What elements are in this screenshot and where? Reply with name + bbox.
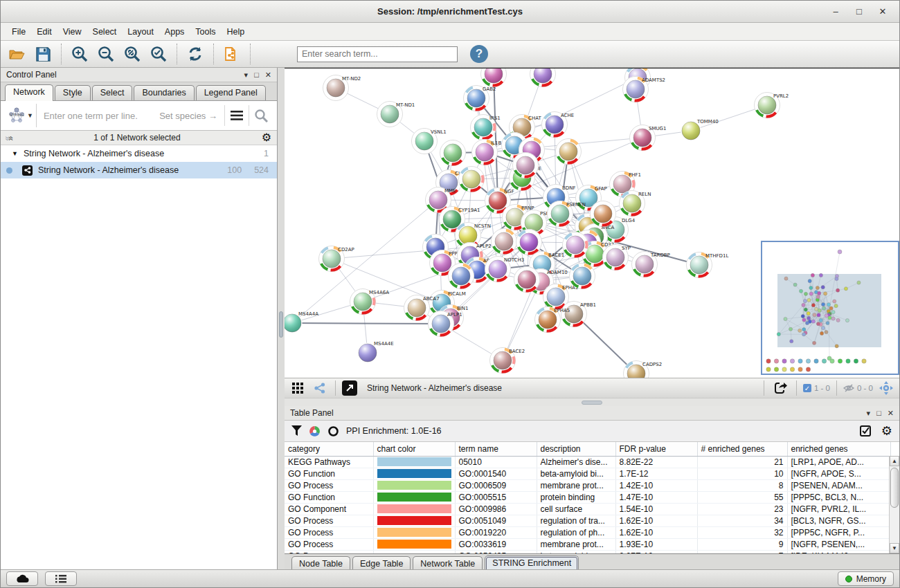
minimize-button[interactable]: – [826, 4, 845, 19]
close-button[interactable]: ✕ [873, 4, 892, 19]
gear-icon[interactable]: ⚙ [262, 132, 271, 143]
network-node-apbb1[interactable]: APBB1 [561, 301, 596, 327]
column-header-term-name[interactable]: term name [455, 442, 537, 456]
ring-chart-icon[interactable] [327, 425, 339, 437]
network-node-cadps2[interactable]: CADPS2 [623, 360, 662, 378]
network-node[interactable] [516, 229, 542, 255]
network-node[interactable] [590, 201, 616, 227]
menu-item-layout[interactable]: Layout [122, 25, 159, 39]
network-node-pvrl2[interactable]: PVRL2 [754, 92, 789, 118]
column-header-enriched-genes[interactable]: enriched genes [787, 442, 890, 456]
settings-gear-icon[interactable]: ⚙ [881, 425, 892, 437]
network-node-mt-nd1[interactable]: MT-ND1 [377, 101, 415, 127]
collection-row[interactable]: ▼ String Network - Alzheimer's disease 1 [1, 145, 277, 162]
table-row[interactable]: GO ComponentGO:0009986cell surface1.54E-… [285, 503, 890, 515]
network-node-adamts2[interactable]: ADAMTS2 [622, 76, 665, 102]
scroll-down-arrow[interactable]: ▼ [890, 543, 899, 553]
panel-close-icon[interactable]: ✕ [888, 409, 894, 418]
grid-view-button[interactable] [289, 380, 307, 396]
network-node-tardbp[interactable]: TARDBP [631, 251, 670, 277]
network-row[interactable]: String Network - Alzheimer's disease 100… [1, 162, 277, 178]
table-splitter[interactable] [285, 398, 899, 406]
table-row[interactable]: GO ProcessGO:0019220regulation of ph...1… [285, 526, 890, 538]
maximize-button[interactable]: □ [849, 4, 869, 19]
set-species-hint[interactable]: Set species → [159, 111, 224, 121]
column-header-fdr-p-value[interactable]: FDR p-value [615, 442, 697, 456]
table-row[interactable]: KEGG Pathways05010Alzheimer's dise...8.8… [285, 456, 890, 468]
network-node-reln[interactable]: RELN [619, 190, 651, 217]
network-node[interactable] [555, 138, 582, 165]
network-node-mthfd1l[interactable]: MTHFD1L [686, 252, 728, 278]
menu-item-tools[interactable]: Tools [190, 25, 221, 39]
network-node[interactable] [512, 152, 539, 178]
column-header--enriched-genes[interactable]: # enriched genes [697, 442, 787, 456]
column-header-chart-color[interactable]: chart color [373, 442, 455, 456]
tab-legend-panel[interactable]: Legend Panel [196, 85, 266, 100]
share-view-button[interactable] [311, 380, 329, 396]
collapse-triangle-icon[interactable]: ▼ [12, 150, 18, 157]
zoom-selected-button[interactable] [147, 43, 170, 65]
memory-button[interactable]: Memory [838, 571, 894, 586]
zoom-in-button[interactable] [68, 43, 91, 65]
menu-item-select[interactable]: Select [87, 25, 123, 39]
network-node[interactable] [491, 228, 517, 255]
menu-item-apps[interactable]: Apps [159, 25, 190, 39]
birds-eye-navigator[interactable] [761, 241, 899, 375]
apply-layout-button[interactable] [183, 43, 207, 65]
save-session-button[interactable] [31, 43, 55, 65]
panel-float-icon[interactable]: ▾ [867, 409, 871, 418]
zoom-out-button[interactable] [94, 43, 118, 65]
pie-chart-icon[interactable] [309, 425, 321, 437]
menu-item-help[interactable]: Help [222, 25, 251, 39]
export-network-button[interactable] [771, 380, 790, 396]
detach-view-button[interactable] [342, 380, 357, 396]
tab-network[interactable]: Network [5, 84, 53, 101]
panel-close-icon[interactable]: ✕ [265, 71, 271, 80]
network-node-tomm40[interactable]: TOMM40 [681, 119, 719, 141]
network-node-ache[interactable]: ACHE [541, 111, 574, 138]
network-node[interactable] [514, 266, 540, 293]
network-node-cd2ap[interactable]: CD2AP [318, 246, 354, 272]
panel-maximize-icon[interactable]: □ [876, 409, 881, 417]
cloud-tasks-button[interactable] [6, 571, 38, 586]
network-node-syp[interactable]: SYP [602, 244, 631, 270]
table-scrollbar[interactable]: ▲ ▼ [889, 456, 899, 553]
network-node-ms4a6a[interactable]: MS4A6A [350, 288, 389, 315]
table-row[interactable]: GO ProcessGO:0033619membrane prot...1.93… [285, 538, 890, 550]
menu-item-edit[interactable]: Edit [31, 25, 57, 39]
network-node[interactable] [448, 263, 474, 289]
table-row[interactable]: GO ProcessGO:0051049regulation of tra...… [285, 515, 890, 526]
network-node[interactable] [562, 232, 588, 258]
splitter-handle[interactable] [582, 401, 602, 405]
scroll-up-arrow[interactable]: ▲ [890, 456, 899, 466]
filter-funnel-icon[interactable] [291, 425, 302, 437]
network-node-gab2[interactable]: GAB2 [463, 85, 496, 111]
panel-float-icon[interactable]: ▾ [244, 71, 249, 80]
network-node-ms4a4a[interactable]: MS4A4A [285, 311, 318, 333]
zoom-fit-button[interactable] [120, 43, 144, 65]
tab-style[interactable]: Style [55, 85, 91, 100]
string-options-button[interactable] [225, 104, 249, 127]
network-node[interactable] [440, 140, 466, 166]
table-row[interactable]: GO ProcessGO:0050435beta-amyloid m...2.0… [285, 550, 890, 553]
navigator-toggle-button[interactable] [877, 380, 895, 396]
column-header-category[interactable]: category [285, 442, 373, 456]
tab-boundaries[interactable]: Boundaries [134, 85, 194, 100]
network-node[interactable] [458, 166, 485, 192]
panel-maximize-icon[interactable]: □ [254, 71, 259, 79]
string-query-input[interactable]: Enter one term per line. [37, 111, 138, 121]
menu-item-file[interactable]: File [6, 25, 31, 39]
help-button[interactable]: ? [470, 45, 488, 63]
network-node-ms4a4e[interactable]: MS4A4E [358, 341, 394, 363]
table-row[interactable]: GO FunctionGO:0005515protein binding1.47… [285, 491, 890, 503]
expand-all-icon[interactable]: « [6, 136, 16, 140]
table-row[interactable]: GO ProcessGO:0006509membrane prot...1.42… [285, 479, 890, 491]
splitter-grip[interactable] [279, 311, 283, 338]
scroll-thumb[interactable] [890, 468, 899, 508]
panel-splitter[interactable] [278, 68, 285, 569]
menu-item-view[interactable]: View [57, 25, 87, 39]
open-file-button[interactable] [5, 43, 28, 65]
network-node-bace2[interactable]: BACE2 [489, 347, 525, 374]
network-view[interactable]: MT-ND2MT-ND1VSNL1GAB2IRS1CHATACHEADAMTS2… [285, 68, 899, 378]
tab-select[interactable]: Select [92, 85, 133, 100]
